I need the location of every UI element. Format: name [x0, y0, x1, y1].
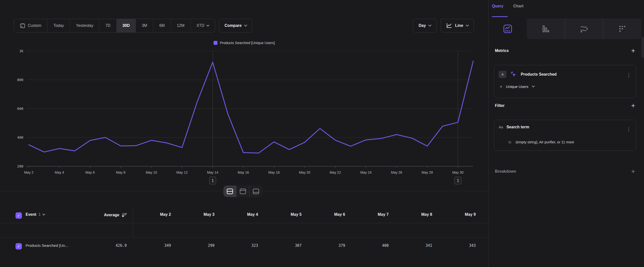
date-column-header[interactable]: May 8 — [393, 212, 432, 217]
range-custom[interactable]: Custom — [14, 19, 48, 32]
range-yesterday[interactable]: Yesterday — [70, 19, 100, 32]
metric-letter-badge: A — [498, 71, 506, 78]
toolbar-right: Day Line — [413, 19, 474, 33]
cell-value: 299 — [175, 243, 214, 248]
string-property-icon: Aa — [498, 125, 503, 129]
sort-descending-icon — [121, 212, 127, 218]
add-filter-button[interactable]: + — [631, 103, 635, 108]
tab-query[interactable]: Query — [492, 4, 503, 8]
metric-menu-button[interactable]: ⋮ — [626, 72, 632, 78]
chart-type-button[interactable]: Line — [440, 19, 474, 33]
tab-flows[interactable] — [565, 19, 604, 39]
filter-property-name: Search term — [506, 125, 529, 129]
insights-report: CustomTodayYesterday7D30D3M6M12MXTD Comp… — [0, 0, 644, 267]
measure-label: Unique Users — [506, 85, 528, 89]
breakdown-title: Breakdown — [495, 169, 516, 174]
x-axis-label: May 10 — [146, 170, 157, 174]
layout-table-button[interactable] — [250, 185, 262, 197]
range-today[interactable]: Today — [48, 19, 70, 32]
tab-retention[interactable] — [603, 19, 641, 39]
event-label: Event — [26, 212, 36, 217]
compare-label: Compare — [224, 24, 242, 28]
filter-operator[interactable]: Is — [508, 140, 511, 144]
select-all-checkbox[interactable]: ✓ — [16, 212, 22, 219]
range-12m[interactable]: 12M — [171, 19, 191, 32]
range-3m[interactable]: 3M — [136, 19, 153, 32]
layout-chart-button[interactable] — [236, 185, 250, 197]
x-axis-label: May 20 — [299, 170, 310, 174]
cell-value: 341 — [393, 243, 432, 248]
cell-value: 379 — [306, 243, 345, 248]
row-checkbox[interactable]: ✓ — [16, 243, 22, 249]
average-column-header[interactable]: Average — [74, 212, 127, 218]
x-axis-label: May 28 — [422, 170, 433, 174]
metric-card[interactable]: A Products Searched ⋮ # Unique Users — [494, 65, 636, 98]
add-metric-button[interactable]: + — [631, 48, 635, 53]
chevron-down-icon — [244, 24, 247, 27]
date-column-header[interactable]: May 6 — [306, 212, 345, 217]
date-column-header[interactable]: May 4 — [219, 212, 258, 217]
row-average-value: 426.9 — [82, 243, 127, 248]
granularity-button[interactable]: Day — [413, 19, 437, 33]
chevron-down-icon — [466, 24, 469, 27]
y-axis-label: 600 — [17, 107, 23, 111]
layout-split-button[interactable] — [223, 185, 236, 197]
range-7d[interactable]: 7D — [100, 19, 116, 32]
date-column-header[interactable]: May 7 — [349, 212, 389, 217]
chevron-down-icon — [532, 85, 534, 87]
tab-funnels[interactable] — [527, 19, 565, 39]
active-tab-underline — [492, 16, 508, 17]
chart-type-label: Line — [455, 24, 463, 28]
cell-value: 343 — [436, 243, 476, 248]
svg-text:1: 1 — [212, 179, 214, 183]
event-pointer-icon — [510, 71, 517, 78]
x-axis-label: May 8 — [116, 170, 126, 174]
add-breakdown-button[interactable]: + — [631, 169, 635, 174]
tab-chart[interactable]: Chart — [513, 4, 524, 8]
x-axis-label: May 18 — [268, 170, 280, 174]
average-label: Average — [104, 213, 119, 217]
measure-selector[interactable]: # Unique Users — [500, 85, 534, 89]
cell-value: 349 — [132, 243, 171, 248]
x-axis-label: May 16 — [238, 170, 249, 174]
tab-insights[interactable] — [488, 19, 527, 39]
granularity-label: Day — [419, 24, 426, 28]
date-column-header[interactable]: May 5 — [262, 212, 302, 217]
filter-title: Filter — [495, 103, 504, 108]
line-chart[interactable]: 2004006008001KMay 2May 4May 6May 8May 10… — [0, 35, 488, 188]
metrics-title: Metrics — [495, 49, 509, 53]
range-30d[interactable]: 30D — [116, 19, 136, 32]
range-xtd[interactable]: XTD — [191, 19, 215, 32]
date-column-header[interactable]: May 2 — [132, 212, 171, 217]
x-axis-label: May 6 — [85, 170, 95, 174]
breakdown-section-header: Breakdown + — [495, 169, 635, 174]
x-axis-label: May 14 — [207, 170, 218, 174]
column-divider — [133, 208, 133, 237]
chevron-down-icon — [428, 24, 432, 27]
line-chart-icon — [446, 23, 452, 28]
filter-menu-button[interactable]: ⋮ — [626, 126, 632, 132]
scrollbar-gutter[interactable] — [641, 37, 644, 58]
table-row: ✓ Products Searched [Un... 426.9 3492993… — [0, 223, 488, 237]
date-column-header[interactable]: May 3 — [175, 212, 214, 217]
y-axis-label: 1K — [19, 49, 23, 53]
x-axis-label: May 22 — [330, 170, 341, 174]
table-header-row: ✓ Event 1 Average May 2May 3May 4May 5Ma… — [0, 208, 488, 223]
series-line — [29, 61, 473, 153]
x-axis-label: May 12 — [176, 170, 188, 174]
layout-toggle — [223, 185, 262, 197]
event-count: 1 — [38, 212, 41, 217]
x-axis-label: May 26 — [391, 170, 402, 174]
x-axis-label: May 4 — [55, 170, 64, 174]
filter-card[interactable]: Aa Search term ⋮ Is (empty string), Air … — [494, 120, 636, 151]
calendar-icon — [20, 23, 25, 28]
toolbar: CustomTodayYesterday7D30D3M6M12MXTD Comp… — [14, 19, 474, 33]
filter-values[interactable]: (empty string), Air purifier, or 11 more — [516, 140, 574, 144]
metric-name: Products Searched — [521, 72, 557, 77]
row-series-label: Products Searched [Un... — [26, 243, 68, 248]
compare-button[interactable]: Compare — [219, 19, 252, 33]
date-column-header[interactable]: May 9 — [436, 212, 476, 217]
event-column-header[interactable]: Event 1 — [26, 212, 45, 217]
x-axis-label: May 24 — [360, 170, 372, 174]
range-6m[interactable]: 6M — [153, 19, 171, 32]
